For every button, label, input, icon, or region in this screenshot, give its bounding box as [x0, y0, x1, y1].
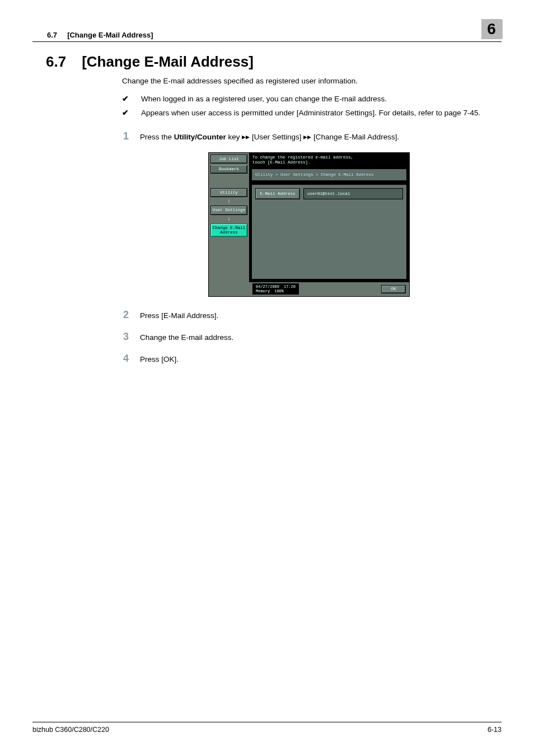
breadcrumb: Utility > User Settings > Change E-Mail …: [251, 169, 407, 181]
content-area: E-Mail Address user01@test.local: [251, 184, 407, 279]
prereq-item: ✔ When logged in as a registered user, y…: [122, 93, 496, 105]
intro-text: Change the E-mail addresses specified as…: [122, 75, 496, 87]
device-screenshot: Job List Bookmark Utility ↓ User Setting…: [122, 152, 496, 297]
ok-button[interactable]: OK: [381, 285, 406, 293]
instruction-bar: To change the registered e-mail address,…: [249, 153, 409, 169]
job-list-button[interactable]: Job List: [210, 155, 247, 164]
change-email-chip[interactable]: Change E-Mail Address: [210, 223, 247, 237]
prereq-text: Appears when user access is permitted un…: [141, 107, 480, 119]
step-row: 3 Change the E-mail address.: [122, 329, 496, 345]
date-value: 04/27/2009: [256, 284, 279, 289]
chapter-number: 6: [487, 20, 496, 38]
runhead-section-ref: 6.7: [47, 31, 57, 39]
step1-bold: Utility/Counter: [174, 133, 226, 141]
check-icon: ✔: [122, 107, 132, 119]
prereq-list: ✔ When logged in as a registered user, y…: [122, 93, 496, 119]
device-sidebar: Job List Bookmark Utility ↓ User Setting…: [209, 153, 249, 297]
chapter-badge: 6: [481, 19, 502, 39]
section-number: 6.7: [46, 53, 66, 71]
step-text: Change the E-mail address.: [140, 332, 233, 344]
utility-chip[interactable]: Utility: [210, 188, 247, 197]
footer-page: 6-13: [488, 726, 502, 734]
arrow-down-icon: ↓: [227, 199, 230, 204]
section-title: [Change E-Mail Address]: [82, 53, 254, 71]
section-heading: 6.7 [Change E-Mail Address]: [46, 53, 502, 71]
arrow-down-icon: ↓: [227, 217, 230, 222]
device-main: To change the registered e-mail address,…: [249, 153, 409, 297]
memory-label: Memory: [256, 289, 270, 293]
step-number: 3: [119, 329, 129, 345]
steps-list: 1 Press the Utility/Counter key ▸▸ [User…: [122, 128, 496, 367]
step-row: 1 Press the Utility/Counter key ▸▸ [User…: [122, 128, 496, 144]
step-number: 2: [119, 307, 129, 323]
step-text: Press [E-Mail Address].: [140, 310, 218, 322]
step-row: 4 Press [OK].: [122, 351, 496, 367]
step-number: 4: [119, 351, 129, 367]
check-icon: ✔: [122, 93, 132, 105]
runhead-section-name: [Change E-Mail Address]: [67, 31, 153, 39]
running-header: 6.7 [Change E-Mail Address] 6: [32, 19, 502, 42]
datetime-memory: 04/27/2009 17:20 Memory 100%: [252, 283, 299, 295]
prereq-item: ✔ Appears when user access is permitted …: [122, 107, 496, 119]
device-bottom-bar: 04/27/2009 17:20 Memory 100% OK: [249, 282, 409, 296]
email-address-value: user01@test.local: [303, 188, 403, 199]
step1-a: Press the: [140, 133, 174, 141]
page-footer: bizhub C360/C280/C220 6-13: [32, 722, 502, 734]
footer-model: bizhub C360/C280/C220: [32, 726, 109, 734]
step-text: Press the Utility/Counter key ▸▸ [User S…: [140, 131, 399, 143]
step1-b: key ▸▸ [User Settings] ▸▸ [Change E-Mail…: [226, 133, 399, 141]
runhead-left: 6.7 [Change E-Mail Address]: [32, 31, 153, 39]
user-settings-chip[interactable]: User Settings: [210, 206, 247, 214]
prereq-text: When logged in as a registered user, you…: [141, 93, 387, 105]
step-row: 2 Press [E-Mail Address].: [122, 307, 496, 323]
step-text: Press [OK].: [140, 353, 179, 366]
time-value: 17:20: [284, 284, 296, 289]
bookmark-tab[interactable]: Bookmark: [210, 165, 247, 174]
memory-value: 100%: [274, 289, 284, 293]
email-address-button[interactable]: E-Mail Address: [255, 188, 300, 199]
step-number: 1: [119, 128, 129, 144]
